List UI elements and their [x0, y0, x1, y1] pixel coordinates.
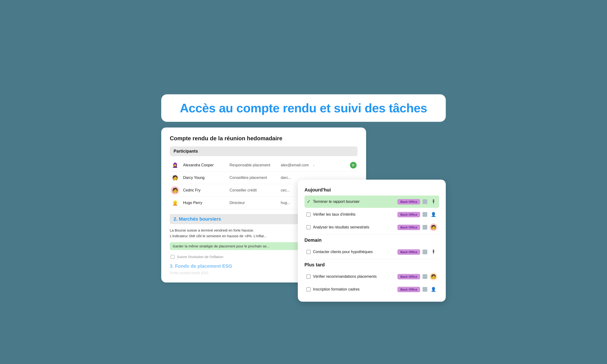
task-checkbox[interactable]: [306, 199, 311, 204]
task-row[interactable]: Inscription formation cadres Back Office…: [304, 283, 439, 296]
avatar: 🕴: [430, 248, 437, 256]
table-row: 🧕 Alexandra Cooper Responsable placement…: [170, 159, 357, 171]
participants-header: Participants: [170, 146, 357, 156]
participant-email: darc...: [281, 176, 356, 180]
today-header: Aujourd'hui: [304, 185, 439, 195]
divider: [304, 259, 439, 259]
participant-role: Conseiller crédit: [229, 188, 277, 193]
participant-role: Directeur: [229, 201, 277, 205]
avatar-alexandra: 🧕: [171, 161, 179, 169]
task-tag: Back Office: [397, 249, 420, 255]
color-dot: [422, 212, 427, 217]
avatar-darcy: 🧑: [171, 173, 179, 182]
color-dot: [422, 274, 427, 279]
checkbox-label: Suivre l'évolution de l'inflation: [177, 255, 223, 259]
task-tag: Back Office: [397, 199, 420, 205]
task-checkbox[interactable]: [306, 250, 311, 254]
checkbox-inflation[interactable]: [171, 255, 174, 259]
participant-name: Cedric Fry: [183, 188, 226, 193]
main-content: Compte rendu de la réunion hedomadaire P…: [161, 128, 446, 270]
later-header: Plus tard: [304, 260, 439, 270]
status-badge: P: [350, 162, 356, 169]
participant-name: Darcy Young: [183, 176, 226, 180]
participant-email: alex@email.com -: [281, 163, 346, 167]
task-tag: Back Office: [397, 287, 420, 292]
participant-role: Conseillère placement: [229, 176, 277, 180]
task-checkbox[interactable]: [306, 212, 311, 217]
tomorrow-header: Demain: [304, 235, 439, 245]
task-label: Contacter clients pour hypothèques: [313, 250, 395, 254]
task-row[interactable]: Analyser les résultats semestriels Back …: [304, 221, 439, 234]
participant-name: Hugo Perry: [183, 201, 226, 205]
task-label: Vérifier les taux d'intérêts: [313, 212, 395, 217]
participant-role: Responsable placement: [229, 163, 277, 167]
task-label: Vérifier recommandations placements: [313, 274, 395, 279]
tasks-card: Aujourd'hui Terminer le rapport boursier…: [298, 180, 446, 302]
task-label: Inscription formation cadres: [313, 287, 395, 291]
page-container: Accès au compte rendu et suivi des tâche…: [161, 94, 446, 270]
avatar: 🕴: [430, 198, 437, 206]
task-label: Analyser les résultats semestriels: [313, 225, 395, 229]
avatar: 👤: [430, 286, 437, 293]
avatar: 🧑: [430, 273, 437, 280]
task-row[interactable]: Terminer le rapport boursier Back Office…: [304, 195, 439, 208]
color-dot: [422, 249, 427, 254]
avatar-cedric: 🧑: [171, 186, 179, 195]
title-banner: Accès au compte rendu et suivi des tâche…: [161, 94, 446, 122]
task-checkbox[interactable]: [306, 225, 311, 229]
task-label: Terminer le rapport boursier: [313, 199, 395, 204]
task-row[interactable]: Vérifier recommandations placements Back…: [304, 270, 439, 283]
participant-name: Alexandra Cooper: [183, 163, 226, 167]
avatar-hugo: 👱: [171, 199, 179, 207]
page-title: Accès au compte rendu et suivi des tâche…: [175, 101, 432, 115]
meeting-title: Compte rendu de la réunion hedomadaire: [170, 135, 357, 142]
task-tag: Back Office: [397, 225, 420, 230]
color-dot: [422, 287, 427, 292]
task-row[interactable]: Vérifier les taux d'intérêts Back Office…: [304, 208, 439, 221]
color-dot: [422, 199, 427, 204]
task-tag: Back Office: [397, 212, 420, 217]
task-tag: Back Office: [397, 274, 420, 279]
task-checkbox[interactable]: [306, 274, 311, 279]
color-dot: [422, 225, 427, 230]
avatar: 👤: [430, 211, 437, 218]
task-checkbox[interactable]: [306, 287, 311, 291]
avatar: 🧑: [430, 223, 437, 231]
task-row[interactable]: Contacter clients pour hypothèques Back …: [304, 246, 439, 258]
